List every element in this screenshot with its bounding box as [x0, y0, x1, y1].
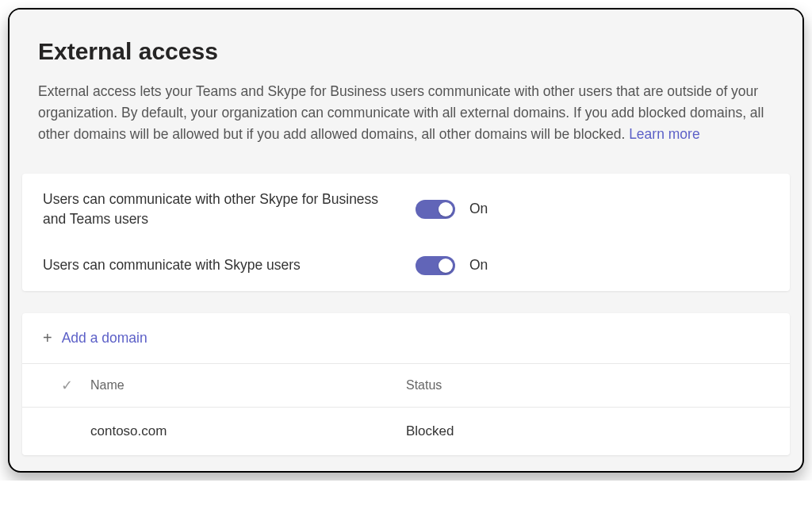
domains-section: + Add a domain ✓ Name Status contoso.com…: [22, 313, 790, 455]
setting-row-skype-users: Users can communicate with Skype users O…: [22, 244, 790, 291]
setting-row-skype-business-teams: Users can communicate with other Skype f…: [22, 174, 790, 244]
column-header-name[interactable]: Name: [90, 378, 406, 393]
external-access-panel: External access External access lets you…: [8, 8, 804, 473]
toggle-skype-business-teams[interactable]: [416, 200, 455, 219]
plus-icon: +: [43, 329, 52, 347]
column-header-status[interactable]: Status: [406, 378, 769, 393]
setting-label: Users can communicate with Skype users: [43, 255, 416, 275]
settings-card: Users can communicate with other Skype f…: [22, 174, 790, 291]
toggle-group: On: [416, 256, 488, 275]
toggle-group: On: [416, 200, 488, 219]
row-name: contoso.com: [90, 423, 406, 439]
header-section: External access External access lets you…: [10, 10, 802, 167]
setting-label: Users can communicate with other Skype f…: [43, 190, 416, 228]
table-row[interactable]: contoso.com Blocked: [22, 408, 790, 455]
page-title: External access: [38, 38, 774, 65]
row-status: Blocked: [406, 423, 769, 439]
toggle-knob: [439, 202, 453, 216]
select-all-column[interactable]: ✓: [43, 377, 90, 394]
toggle-knob: [439, 258, 453, 273]
checkmark-icon: ✓: [61, 377, 73, 394]
toggle-state-label: On: [469, 201, 488, 217]
add-domain-label: Add a domain: [62, 330, 147, 347]
description-text: External access lets your Teams and Skyp…: [38, 81, 774, 145]
learn-more-link[interactable]: Learn more: [629, 126, 700, 142]
toggle-skype-users[interactable]: [416, 256, 455, 275]
add-domain-row: + Add a domain: [22, 313, 790, 364]
toggle-state-label: On: [469, 257, 488, 274]
domains-table-header: ✓ Name Status: [22, 364, 790, 408]
add-domain-button[interactable]: + Add a domain: [43, 329, 147, 347]
